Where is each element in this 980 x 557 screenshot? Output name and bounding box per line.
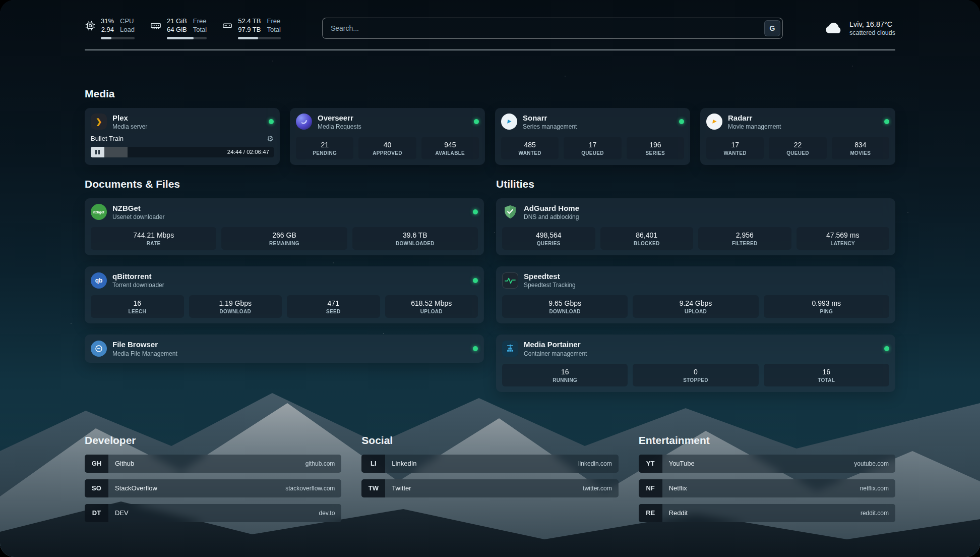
bookmark-abbr: RE — [639, 504, 662, 522]
stat-series: 196 SERIES — [627, 137, 684, 159]
service-card-sonarr[interactable]: Sonarr Series management 485 WANTED 17 Q… — [495, 108, 690, 165]
bookmark-dev[interactable]: DT DEV dev.to — [85, 504, 341, 522]
service-desc: Media server — [112, 123, 147, 130]
playback-time: 24:44 / 02:06:47 — [227, 147, 269, 157]
bookmark-reddit[interactable]: RE Reddit reddit.com — [639, 504, 895, 522]
bookmark-name: Twitter — [392, 484, 411, 492]
plex-icon: ❯ — [91, 114, 107, 130]
disk-total-label: Total — [267, 26, 280, 34]
service-name: Overseerr — [318, 114, 361, 122]
service-name: Radarr — [728, 114, 781, 122]
stat-remaining: 266 GB REMAINING — [221, 227, 347, 250]
nzbget-icon: nzbget — [91, 204, 107, 220]
stat-filtered: 2,956 FILTERED — [698, 227, 791, 250]
status-dot — [473, 278, 478, 283]
service-card-filebrowser[interactable]: File Browser Media File Management — [85, 335, 484, 362]
weather-location: Lviv, 16.87°C — [849, 20, 895, 28]
bookmark-youtube[interactable]: YT YouTube youtube.com — [639, 455, 895, 473]
section-media: Media ❯ Plex Media server Bullet Train ⚙ — [85, 88, 895, 165]
service-card-portainer[interactable]: Media Portainer Container management 16 … — [496, 335, 895, 392]
stat-downloaded: 39.6 TB DOWNLOADED — [352, 227, 478, 250]
section-title-media: Media — [85, 88, 895, 100]
speedtest-icon — [502, 272, 518, 289]
bookmark-abbr: YT — [639, 455, 662, 473]
status-dot — [679, 119, 684, 124]
memory-free-label: Free — [193, 17, 207, 25]
bookmark-abbr: DT — [85, 504, 108, 522]
bookmark-domain: netflix.com — [860, 485, 889, 492]
service-card-qbittorrent[interactable]: qb qBittorrent Torrent downloader 16 LEE… — [85, 266, 484, 323]
cpu-widget: 31% CPU 2.94 Load — [85, 17, 135, 39]
service-desc: Speedtest Tracking — [524, 282, 576, 289]
filebrowser-icon — [91, 341, 107, 357]
service-name: Speedtest — [524, 272, 576, 281]
section-title-entertainment: Entertainment — [639, 434, 895, 447]
service-desc: Torrent downloader — [112, 282, 164, 289]
bookmark-group-social: Social LI LinkedIn linkedin.com TW Twitt… — [361, 434, 618, 529]
stat-movies: 834 MOVIES — [832, 137, 889, 159]
service-name: qBittorrent — [112, 272, 164, 281]
disk-widget: 52.4 TB Free 97.9 TB Total — [222, 17, 281, 39]
service-card-overseerr[interactable]: Overseerr Media Requests 21 PENDING 40 A… — [290, 108, 485, 165]
stat-download: 1.19 Gbps DOWNLOAD — [189, 295, 282, 318]
stat-available: 945 AVAILABLE — [421, 137, 479, 159]
search-provider-button[interactable]: G — [764, 20, 780, 36]
cpu-progress-bar — [101, 37, 135, 39]
bookmark-linkedin[interactable]: LI LinkedIn linkedin.com — [361, 455, 618, 473]
bookmark-domain: stackoverflow.com — [285, 485, 335, 492]
search-input[interactable] — [322, 18, 783, 39]
bookmark-domain: github.com — [305, 460, 335, 467]
overseerr-icon — [296, 114, 312, 130]
stat-wanted: 485 WANTED — [501, 137, 559, 159]
cpu-load: 2.94 — [101, 26, 114, 34]
service-card-speedtest[interactable]: Speedtest Speedtest Tracking 9.65 Gbps D… — [496, 266, 895, 323]
status-dot — [884, 119, 889, 124]
search-bar: G — [322, 18, 783, 39]
bookmark-abbr: SO — [85, 479, 108, 497]
bookmark-domain: twitter.com — [583, 485, 611, 492]
service-card-adguard[interactable]: AdGuard Home DNS and adblocking 498,564 … — [496, 198, 895, 255]
bookmark-name: Netflix — [669, 484, 687, 492]
stat-running: 16 RUNNING — [502, 364, 628, 386]
disk-total: 97.9 TB — [238, 26, 261, 34]
qbittorrent-icon: qb — [91, 272, 107, 289]
stat-upload: 618.52 Mbps UPLOAD — [385, 295, 478, 318]
stat-download: 9.65 Gbps DOWNLOAD — [502, 295, 628, 318]
stat-approved: 40 APPROVED — [358, 137, 416, 159]
bookmark-netflix[interactable]: NF Netflix netflix.com — [639, 479, 895, 497]
cpu-icon — [85, 20, 96, 31]
service-name: Media Portainer — [524, 340, 587, 349]
service-desc: DNS and adblocking — [524, 213, 579, 220]
service-card-radarr[interactable]: Radarr Movie management 17 WANTED 22 QUE… — [700, 108, 895, 165]
bookmark-github[interactable]: GH Github github.com — [85, 455, 341, 473]
stat-upload: 9.24 Gbps UPLOAD — [633, 295, 758, 318]
section-title-social: Social — [361, 434, 618, 447]
stat-pending: 21 PENDING — [296, 137, 353, 159]
status-dot — [473, 209, 478, 214]
stat-total: 16 TOTAL — [764, 364, 889, 386]
portainer-icon — [502, 341, 518, 357]
bookmark-twitter[interactable]: TW Twitter twitter.com — [361, 479, 618, 497]
service-card-plex[interactable]: ❯ Plex Media server Bullet Train ⚙ — [85, 108, 280, 165]
header-divider — [85, 49, 895, 50]
bookmark-name: StackOverflow — [115, 484, 157, 492]
memory-total-label: Total — [193, 26, 207, 34]
status-dot — [269, 119, 274, 124]
stat-stopped: 0 STOPPED — [633, 364, 758, 386]
bookmark-abbr: GH — [85, 455, 108, 473]
bookmark-stackoverflow[interactable]: SO StackOverflow stackoverflow.com — [85, 479, 341, 497]
cpu-label: CPU — [120, 17, 135, 25]
section-title-utilities: Utilities — [496, 178, 895, 190]
section-utilities: Utilities AdGuard Home DNS and — [496, 178, 895, 403]
stat-wanted: 17 WANTED — [706, 137, 764, 159]
bookmark-name: YouTube — [669, 460, 695, 467]
gear-icon[interactable]: ⚙ — [267, 134, 274, 143]
status-dot — [884, 346, 889, 351]
section-title-developer: Developer — [85, 434, 341, 447]
bookmark-name: Github — [115, 460, 134, 467]
pause-icon[interactable] — [91, 147, 104, 157]
service-desc: Movie management — [728, 123, 781, 130]
sonarr-icon — [501, 114, 517, 130]
disk-icon — [222, 20, 233, 31]
service-card-nzbget[interactable]: nzbget NZBGet Usenet downloader 744.21 M… — [85, 198, 484, 255]
